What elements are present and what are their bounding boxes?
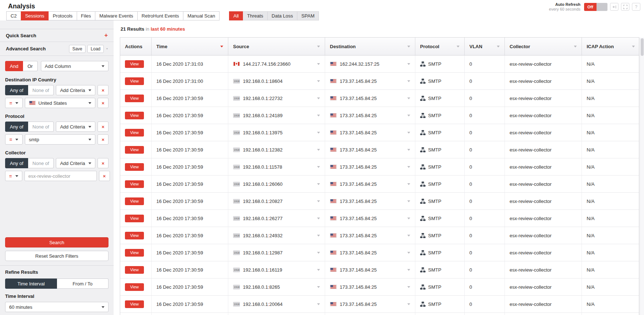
expand-caret-icon[interactable] [407, 166, 410, 168]
and-button[interactable]: And [5, 61, 23, 71]
expand-caret-icon[interactable] [317, 200, 320, 202]
column-header-source[interactable]: Source [228, 38, 325, 55]
advanced-search-collapse-icon[interactable]: ▾ [106, 47, 108, 50]
expand-caret-icon[interactable] [407, 149, 410, 151]
filter-value-input[interactable] [24, 171, 97, 181]
expand-caret-icon[interactable] [317, 97, 320, 99]
column-header-vlan[interactable]: VLAN [465, 38, 505, 55]
view-button[interactable]: View [125, 129, 144, 137]
add-column-select[interactable]: Add Column [41, 61, 108, 71]
expand-caret-icon[interactable] [317, 166, 320, 168]
search-button[interactable]: Search [5, 237, 108, 247]
expand-caret-icon[interactable] [317, 286, 320, 288]
expand-caret-icon[interactable] [407, 286, 410, 288]
none-of-button[interactable]: None of [28, 85, 54, 95]
save-search-button[interactable]: Save [69, 45, 85, 53]
view-button[interactable]: View [125, 77, 144, 85]
tab-manual-scan[interactable]: Manual Scan [183, 11, 220, 20]
tab-all[interactable]: All [229, 11, 243, 20]
tab-c2[interactable]: C2 [6, 11, 21, 20]
view-button[interactable]: View [125, 60, 144, 68]
collapse-panel-button[interactable] [610, 3, 618, 11]
expand-caret-icon[interactable] [317, 252, 320, 254]
tab-sessions[interactable]: Sessions [21, 11, 49, 20]
expand-caret-icon[interactable] [317, 149, 320, 151]
sort-caret-icon[interactable] [220, 46, 223, 47]
tab-data-loss[interactable]: Data Loss [267, 11, 298, 20]
expand-caret-icon[interactable] [407, 132, 410, 134]
expand-caret-icon[interactable] [407, 183, 410, 185]
expand-caret-icon[interactable] [317, 218, 320, 219]
add-criteria-select[interactable]: Add Criteria [56, 158, 95, 168]
tab-files[interactable]: Files [77, 11, 95, 20]
add-criteria-select[interactable]: Add Criteria [56, 85, 95, 95]
scrollbar-thumb[interactable] [641, 38, 644, 56]
remove-criterion-button[interactable]: × [99, 171, 110, 181]
view-button[interactable]: View [125, 180, 144, 188]
view-button[interactable]: View [125, 283, 144, 291]
none-of-button[interactable]: None of [28, 122, 54, 132]
sort-caret-icon[interactable] [632, 46, 635, 47]
help-button[interactable]: ? [632, 3, 640, 11]
view-button[interactable]: View [125, 95, 144, 102]
expand-caret-icon[interactable] [317, 115, 320, 116]
expand-caret-icon[interactable] [317, 303, 320, 305]
auto-refresh-toggle[interactable]: Off [584, 3, 607, 11]
expand-caret-icon[interactable] [407, 63, 410, 65]
view-button[interactable]: View [125, 112, 144, 119]
column-header-destination[interactable]: Destination [325, 38, 415, 55]
remove-filter-button[interactable]: × [98, 158, 108, 168]
sort-caret-icon[interactable] [497, 46, 500, 47]
tab-malware-events[interactable]: Malware Events [95, 11, 137, 20]
view-button[interactable]: View [125, 146, 144, 154]
any-of-button[interactable]: Any of [5, 158, 28, 168]
view-button[interactable]: View [125, 197, 144, 205]
expand-caret-icon[interactable] [317, 132, 320, 134]
fullscreen-button[interactable] [621, 3, 629, 11]
add-criteria-select[interactable]: Add Criteria [56, 122, 95, 132]
any-of-button[interactable]: Any of [5, 122, 28, 132]
view-button[interactable]: View [125, 249, 144, 257]
expand-caret-icon[interactable] [407, 218, 410, 219]
reset-filters-button[interactable]: Reset Search Filters [5, 251, 108, 261]
tab-protocols[interactable]: Protocols [48, 11, 77, 20]
view-button[interactable]: View [125, 300, 144, 308]
remove-criterion-button[interactable]: × [98, 98, 108, 108]
expand-caret-icon[interactable] [407, 80, 410, 82]
column-header-icap-action[interactable]: ICAP Action [582, 38, 640, 55]
expand-caret-icon[interactable] [317, 269, 320, 271]
vertical-scrollbar[interactable] [640, 38, 644, 315]
operator-select[interactable]: = [5, 171, 22, 181]
time-interval-tab[interactable]: Time Interval [5, 278, 57, 289]
filter-value-select[interactable]: smtp [25, 134, 95, 145]
sort-caret-icon[interactable] [574, 46, 577, 47]
expand-caret-icon[interactable] [407, 252, 410, 254]
expand-caret-icon[interactable] [407, 235, 410, 237]
expand-caret-icon[interactable] [407, 200, 410, 202]
expand-caret-icon[interactable] [407, 303, 410, 305]
expand-caret-icon[interactable] [317, 235, 320, 237]
view-button[interactable]: View [125, 232, 144, 239]
load-search-button[interactable]: Load [87, 45, 104, 53]
expand-caret-icon[interactable] [407, 269, 410, 271]
auto-refresh-state[interactable]: Off [584, 3, 597, 11]
from-to-tab[interactable]: From / To [57, 278, 108, 289]
view-button[interactable]: View [125, 215, 144, 222]
sort-caret-icon[interactable] [457, 46, 460, 47]
remove-criterion-button[interactable]: × [98, 134, 108, 145]
expand-caret-icon[interactable] [317, 63, 320, 65]
operator-select[interactable]: = [5, 98, 23, 108]
time-interval-select[interactable]: 60 minutes [5, 302, 108, 312]
expand-caret-icon[interactable] [317, 183, 320, 185]
remove-filter-button[interactable]: × [98, 85, 108, 95]
none-of-button[interactable]: None of [28, 158, 54, 168]
expand-caret-icon[interactable] [407, 115, 410, 116]
tab-retrohunt-events[interactable]: RetroHunt Events [137, 11, 184, 20]
sort-caret-icon[interactable] [407, 46, 410, 47]
remove-filter-button[interactable]: × [98, 122, 108, 132]
add-quick-search-icon[interactable]: + [104, 32, 108, 38]
tab-spam[interactable]: SPAM [297, 11, 319, 20]
expand-caret-icon[interactable] [317, 80, 320, 82]
toggle-track[interactable] [597, 3, 607, 11]
column-header-time[interactable]: Time [152, 38, 228, 55]
